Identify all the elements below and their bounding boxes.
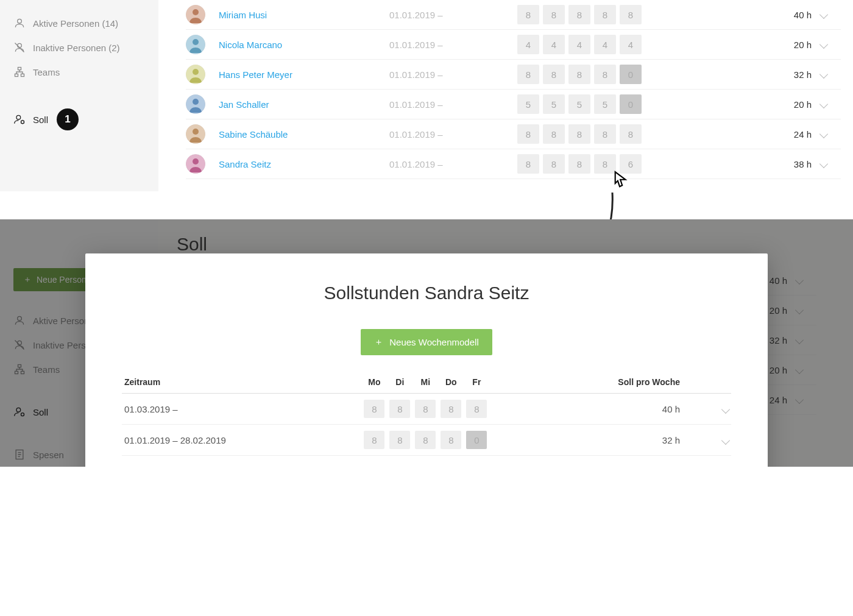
avatar: [186, 124, 205, 144]
chevron-down-icon: [795, 306, 804, 314]
date-range: 01.01.2019 –: [389, 129, 517, 140]
expand-toggle[interactable]: [812, 129, 836, 139]
new-person-button[interactable]: ＋ Neue Person: [13, 268, 96, 291]
week-model-row[interactable]: 01.01.2019 – 28.02.20198888032 h: [122, 425, 731, 456]
avatar: [186, 35, 205, 54]
person-row[interactable]: Sandra Seitz 01.01.2019 – 88886 38 h: [186, 149, 841, 179]
date-range: 01.01.2019 –: [389, 40, 517, 50]
person-list: Miriam Husi 01.01.2019 – 88888 40 h Nico…: [158, 0, 853, 191]
day-cell: 8: [568, 65, 590, 84]
modal-title: Sollstunden Sandra Seitz: [122, 283, 731, 303]
week-total: 38 h: [763, 159, 812, 169]
button-label: Neues Wochenmodell: [389, 337, 478, 347]
day-cell: 8: [543, 124, 565, 144]
svg-point-0: [18, 19, 22, 23]
day-cell: 8: [441, 400, 461, 418]
day-cell: 8: [517, 5, 539, 24]
expand-toggle[interactable]: [787, 365, 812, 375]
svg-rect-5: [21, 74, 24, 76]
user-off-icon: [13, 41, 26, 54]
expand-toggle[interactable]: [717, 394, 731, 425]
expand-toggle[interactable]: [812, 99, 836, 109]
svg-rect-26: [15, 371, 18, 373]
user-icon: [13, 17, 26, 29]
avatar: [186, 65, 205, 84]
day-cells: 55550: [517, 94, 642, 114]
expand-toggle[interactable]: [812, 40, 836, 49]
day-cell: 8: [364, 400, 384, 418]
expand-toggle[interactable]: [787, 305, 812, 315]
date-range: 01.01.2019 –: [389, 10, 517, 20]
sidebar-label: Teams: [33, 67, 60, 77]
soll-modal: Sollstunden Sandra Seitz ＋ Neues Wochenm…: [85, 253, 768, 467]
person-name[interactable]: Miriam Husi: [219, 10, 389, 20]
avatar: [186, 154, 205, 174]
day-cell: 8: [543, 5, 565, 24]
expand-toggle[interactable]: [717, 425, 731, 456]
person-row[interactable]: Jan Schaller 01.01.2019 – 55550 20 h: [186, 90, 841, 119]
svg-point-6: [16, 115, 21, 119]
day-cell: 8: [517, 124, 539, 144]
day-cell: 8: [364, 431, 384, 449]
week-total: 20 h: [763, 40, 812, 50]
person-name[interactable]: Nicola Marcano: [219, 40, 389, 50]
day-cell: 5: [517, 94, 539, 114]
day-cell: 6: [620, 154, 642, 174]
week-total: 24 h: [763, 129, 812, 140]
person-row[interactable]: Sabine Schäuble 01.01.2019 – 88888 24 h: [186, 119, 841, 149]
day-cell: 5: [543, 94, 565, 114]
person-name[interactable]: Sandra Seitz: [219, 159, 389, 169]
week-total: 32 h: [763, 69, 812, 80]
chevron-down-icon: [819, 10, 828, 19]
week-total: 40 h: [489, 394, 717, 425]
day-cells: 88888: [517, 124, 642, 144]
sidebar-top: Aktive Personen (14) Inaktive Personen (…: [0, 0, 158, 191]
expand-toggle[interactable]: [812, 69, 836, 79]
day-cell: 8: [389, 400, 410, 418]
person-name[interactable]: Hans Peter Meyer: [219, 69, 389, 80]
svg-point-13: [193, 69, 199, 75]
day-cell: 8: [594, 5, 616, 24]
svg-point-22: [18, 316, 22, 320]
chevron-down-icon: [819, 130, 828, 138]
person-row[interactable]: Hans Peter Meyer 01.01.2019 – 88880 32 h: [186, 60, 841, 90]
svg-point-15: [193, 99, 199, 105]
sidebar-item-aktive-personen[interactable]: Aktive Personen (14): [0, 11, 158, 35]
day-cell: 8: [568, 154, 590, 174]
day-cell: 4: [543, 35, 565, 54]
person-row[interactable]: Miriam Husi 01.01.2019 – 88888 40 h: [186, 0, 841, 30]
person-name[interactable]: Jan Schaller: [219, 99, 389, 110]
sidebar-item-soll[interactable]: Soll 1: [0, 102, 158, 136]
week-total: 32 h: [489, 425, 717, 456]
sidebar-item-inaktive-personen[interactable]: Inaktive Personen (2): [0, 35, 158, 60]
chevron-down-icon: [721, 405, 730, 413]
chevron-down-icon: [819, 100, 828, 108]
day-cell: 8: [517, 154, 539, 174]
date-range: 01.01.2019 –: [389, 99, 517, 110]
chevron-down-icon: [819, 160, 828, 168]
day-cell: 8: [441, 431, 461, 449]
expand-toggle[interactable]: [812, 159, 836, 169]
hierarchy-icon: [13, 363, 26, 375]
section-bottom: ＋ Neue Person Aktive Personen Inaktive P…: [0, 219, 853, 467]
new-week-model-button[interactable]: ＋ Neues Wochenmodell: [361, 329, 492, 355]
week-total: 40 h: [763, 10, 812, 20]
sidebar-item-teams[interactable]: Teams: [0, 60, 158, 84]
person-name[interactable]: Sabine Schäuble: [219, 129, 389, 140]
week-model-row[interactable]: 01.03.2019 –8888840 h: [122, 394, 731, 425]
chevron-down-icon: [795, 336, 804, 344]
day-cell: 4: [517, 35, 539, 54]
col-fr: Fr: [464, 371, 489, 394]
expand-toggle[interactable]: [787, 275, 812, 285]
svg-rect-27: [21, 371, 24, 373]
svg-point-19: [193, 158, 199, 165]
expand-toggle[interactable]: [787, 335, 812, 345]
expand-toggle[interactable]: [787, 395, 812, 405]
page-title: Soll: [177, 234, 816, 255]
day-cell: 8: [594, 65, 616, 84]
svg-rect-4: [15, 74, 18, 76]
day-cell: 8: [568, 124, 590, 144]
plus-icon: ＋: [23, 274, 32, 285]
person-row[interactable]: Nicola Marcano 01.01.2019 – 44444 20 h: [186, 30, 841, 60]
expand-toggle[interactable]: [812, 10, 836, 19]
